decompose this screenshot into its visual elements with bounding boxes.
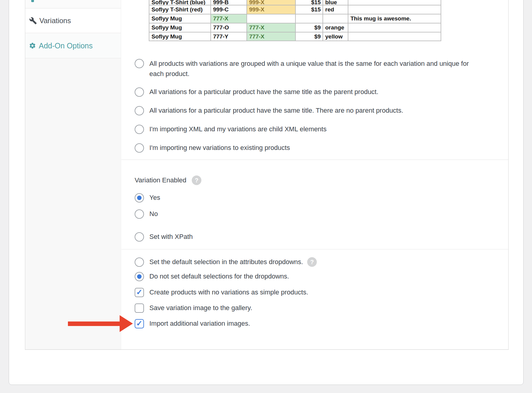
- option-label: I'm importing new variations to existing…: [149, 143, 290, 153]
- option-label: Create products with no variations as si…: [149, 287, 308, 297]
- option-label: Do not set default selections for the dr…: [149, 271, 289, 282]
- radio-new-variations-existing[interactable]: [135, 143, 144, 153]
- radio-no-default-selection[interactable]: [135, 272, 144, 281]
- section-divider: [121, 249, 508, 249]
- spreadsheet-cell: [348, 32, 441, 41]
- spreadsheet-cell: This mug is awesome.: [348, 14, 441, 23]
- panel-border-bottom: [25, 349, 509, 350]
- spreadsheet-cell: yellow: [323, 32, 348, 41]
- spreadsheet-cell: [296, 14, 323, 23]
- option-no-default-selection: Do not set default selections for the dr…: [135, 271, 289, 282]
- question-mark-icon[interactable]: ?: [192, 175, 201, 185]
- radio-same-title-parent[interactable]: [135, 87, 144, 97]
- option-label: All variations for a particular product …: [149, 87, 378, 97]
- sidebar-item-label: Add-On Options: [39, 41, 93, 50]
- option-label: Set the default selection in the attribu…: [149, 257, 303, 267]
- red-arrow-annotation: [68, 315, 133, 332]
- section-divider: [121, 160, 508, 160]
- arrow-head: [120, 315, 133, 332]
- spreadsheet-cell: blue: [323, 0, 348, 5]
- variation-enabled-label: Variation Enabled: [135, 176, 186, 184]
- option-save-variation-image: Save variation image to the gallery.: [135, 303, 252, 313]
- spreadsheet-cell: 777-O: [211, 23, 247, 32]
- arrow-shaft: [68, 321, 120, 326]
- spreadsheet-cell: $9: [296, 23, 323, 32]
- spreadsheet-cell: 999-C: [211, 5, 247, 14]
- radio-variation-enabled-no[interactable]: [135, 209, 144, 219]
- spreadsheet-cell: 777-X: [211, 14, 247, 23]
- panel-border-left: [25, 0, 25, 350]
- option-create-simple-products: Create products with no variations as si…: [135, 287, 308, 297]
- option-grouped-unique-value: All products with variations are grouped…: [135, 59, 474, 79]
- spreadsheet-cell: Soflyy Mug: [149, 32, 211, 41]
- spreadsheet-cell: Soflyy Mug: [149, 14, 211, 23]
- settings-sidebar: Variations Add-On Options: [25, 0, 121, 349]
- radio-variation-enabled-yes[interactable]: [135, 193, 144, 203]
- panel-border-right: [508, 0, 509, 350]
- spreadsheet-cell: Soflyy Mug: [149, 23, 211, 32]
- spreadsheet-cell: [247, 14, 296, 23]
- option-label: Yes: [149, 193, 160, 203]
- spreadsheet-cell: 777-X: [247, 32, 296, 41]
- spreadsheet-cell: $15: [296, 0, 323, 5]
- sidebar-item-addon-options[interactable]: Add-On Options: [25, 33, 121, 58]
- spreadsheet-cell: Soflyy T-Shirt (blue): [149, 0, 211, 5]
- option-variation-enabled-yes: Yes: [135, 193, 160, 203]
- spreadsheet-cell: 999-B: [211, 0, 247, 5]
- variation-enabled-section: Variation Enabled ?: [135, 175, 201, 185]
- option-same-title-parent: All variations for a particular product …: [135, 87, 378, 97]
- radio-set-default-selection[interactable]: [135, 257, 144, 267]
- spreadsheet-cell: orange: [323, 23, 348, 32]
- option-xml-child-elements: I'm importing XML and my variations are …: [135, 124, 326, 134]
- spreadsheet-cell: 777-X: [247, 23, 296, 32]
- option-label: All variations for a particular product …: [149, 105, 403, 116]
- option-variation-enabled-no: No: [135, 209, 158, 219]
- spreadsheet-cell: Soflyy T-Shirt (red): [149, 5, 211, 14]
- spreadsheet-cell: $15: [296, 5, 323, 14]
- addon-options-page: Variations Add-On Options Soflyy T-Shirt…: [0, 0, 532, 393]
- question-mark-icon[interactable]: ?: [307, 257, 317, 267]
- example-spreadsheet: Soflyy T-Shirt (blue) 999-B 999-X $15 bl…: [149, 0, 441, 41]
- spreadsheet-cell: [348, 0, 441, 5]
- sidebar-item-label: Variations: [39, 17, 71, 25]
- spreadsheet-cell: [323, 14, 348, 23]
- checkbox-import-additional-images[interactable]: [135, 319, 144, 328]
- checkbox-save-variation-image[interactable]: [135, 303, 144, 313]
- spreadsheet-cell: 777-Y: [211, 32, 247, 41]
- option-label: Set with XPath: [149, 232, 193, 242]
- radio-xml-child-elements[interactable]: [135, 125, 144, 134]
- gear-icon: [29, 42, 36, 49]
- sidebar-item-partial[interactable]: [25, 0, 121, 8]
- option-set-default-selection: Set the default selection in the attribu…: [135, 257, 317, 267]
- option-label: Save variation image to the gallery.: [149, 303, 252, 313]
- radio-set-with-xpath[interactable]: [135, 232, 144, 242]
- partial-icon: [31, 0, 34, 2]
- option-label: All products with variations are grouped…: [149, 59, 474, 79]
- option-new-variations-existing: I'm importing new variations to existing…: [135, 143, 290, 153]
- checkbox-create-simple-products[interactable]: [135, 288, 144, 297]
- option-same-title-no-parent: All variations for a particular product …: [135, 105, 403, 116]
- spreadsheet-cell: 999-X: [247, 5, 296, 14]
- wrench-icon: [29, 17, 37, 25]
- spreadsheet-cell: [348, 5, 441, 14]
- option-label: I'm importing XML and my variations are …: [149, 124, 326, 134]
- option-set-with-xpath: Set with XPath: [135, 232, 193, 242]
- spreadsheet-cell: $9: [296, 32, 323, 41]
- spreadsheet-cell: [348, 23, 441, 32]
- option-label: No: [149, 209, 158, 219]
- spreadsheet-cell: red: [323, 5, 348, 14]
- spreadsheet-cell: 999-X: [247, 0, 296, 5]
- option-label: Import additional variation images.: [149, 318, 250, 329]
- radio-same-title-no-parent[interactable]: [135, 106, 144, 115]
- radio-grouped-unique-value[interactable]: [135, 59, 144, 68]
- sidebar-item-variations[interactable]: Variations: [25, 9, 121, 33]
- option-import-additional-images: Import additional variation images.: [135, 318, 250, 329]
